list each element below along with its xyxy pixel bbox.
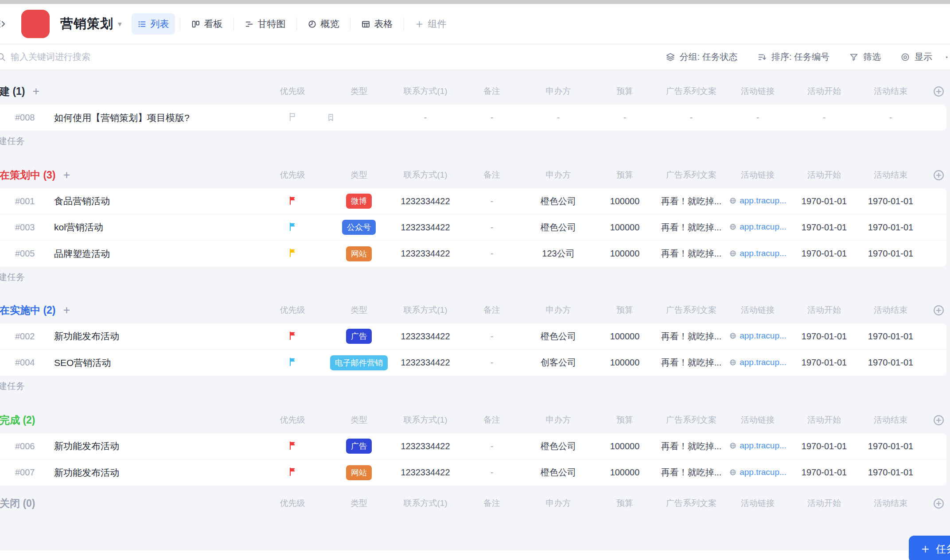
new-task-link[interactable]: 新建任务 [0, 376, 950, 396]
add-column-icon[interactable] [933, 304, 945, 316]
cell-end-date-cell: 1970-01-01 [857, 467, 924, 478]
cell-start-date-cell: 1970-01-01 [791, 222, 857, 233]
tab-gantt[interactable]: 甘特图 [239, 13, 292, 35]
cell-link: app.tracup... [724, 331, 791, 342]
cell-start-date-cell: - [791, 113, 857, 123]
priority-flag-icon[interactable] [288, 467, 298, 477]
start-date-cell: 1970-01-01 [802, 249, 847, 258]
column-header-8: 活动开始 [791, 414, 857, 426]
project-switcher[interactable]: 营销策划 ▾ [60, 15, 122, 33]
cell-note-cell: - [459, 331, 525, 342]
priority-flag-icon[interactable] [288, 112, 298, 122]
tab-list[interactable]: 列表 [132, 13, 175, 35]
add-column-icon[interactable] [933, 169, 945, 181]
task-row[interactable]: #002新功能发布活动广告1232334422-橙色公司100000再看！就吃掉… [0, 323, 946, 350]
ad-copy-cell: 再看！就吃掉... [661, 358, 722, 367]
priority-flag-icon[interactable] [288, 331, 298, 341]
task-row[interactable]: #006新功能发布活动广告1232334422-橙色公司100000再看！就吃掉… [0, 433, 946, 459]
cell-contact-cell: 1232334422 [392, 331, 459, 342]
tab-plus[interactable]: 组件 [409, 13, 452, 35]
tab-label: 列表 [151, 18, 169, 30]
column-header-6: 广告系列文案 [658, 169, 724, 181]
column-header-4: 申办方 [525, 304, 592, 316]
add-column-icon[interactable] [933, 414, 945, 426]
project-icon[interactable] [21, 10, 50, 38]
column-header-0: 优先级 [259, 86, 326, 97]
filter-control[interactable]: 筛选 [849, 51, 881, 63]
display-control[interactable]: 显示 [900, 51, 932, 63]
task-group: 已完成 (2)优先级类型联系方式(1)备注申办方预算广告系列文案活动链接活动开始… [0, 407, 950, 486]
cell-note-cell: - [459, 441, 525, 451]
cell-link: app.tracup... [724, 358, 791, 368]
task-link[interactable]: app.tracup... [729, 358, 786, 367]
task-link[interactable]: app.tracup... [729, 196, 786, 206]
cell-end-date-cell: - [857, 113, 924, 123]
cell-start-date-cell: 1970-01-01 [791, 467, 857, 478]
task-link[interactable]: app.tracup... [729, 331, 786, 341]
group-add-task-icon[interactable]: + [63, 304, 70, 316]
group-add-task-icon[interactable]: + [33, 86, 40, 97]
column-header-2: 联系方式(1) [392, 304, 459, 316]
more-options-icon[interactable]: ⋯ [945, 50, 950, 64]
add-column-icon[interactable] [933, 498, 945, 509]
column-header-9: 活动结束 [857, 304, 924, 316]
task-link[interactable]: app.tracup... [729, 441, 786, 451]
cell-contact-cell: 1232334422 [392, 441, 459, 451]
priority-flag-icon[interactable] [288, 357, 298, 367]
sort-by-control[interactable]: 排序: 任务编号 [757, 51, 829, 63]
filter-label: 筛选 [863, 51, 881, 63]
link-favicon-icon [729, 332, 737, 340]
group-name: 正在实施中 [0, 304, 43, 316]
new-task-link[interactable]: 新建任务 [0, 267, 950, 287]
type-tag: 公众号 [342, 220, 376, 235]
group-title[interactable]: 已完成 (2) [0, 413, 35, 427]
tab-table[interactable]: 表格 [355, 13, 399, 35]
new-task-link[interactable]: 新建任务 [0, 131, 950, 151]
priority-flag-icon[interactable] [288, 195, 298, 206]
group-add-task-icon[interactable]: + [63, 169, 70, 181]
group-header-row: 正在策划中 (3)+优先级类型联系方式(1)备注申办方预算广告系列文案活动链接活… [0, 162, 950, 188]
group-title[interactable]: 新建 (1) [0, 85, 25, 98]
group-title[interactable]: 正在实施中 (2) [0, 303, 56, 317]
group-title[interactable]: 正在策划中 (3) [0, 168, 56, 182]
group-header-main: 新建 (1)+ [0, 85, 259, 98]
priority-flag-icon[interactable] [288, 440, 298, 451]
tab-separator [296, 17, 297, 31]
contact-cell: 1232334422 [401, 358, 450, 367]
task-link[interactable]: app.tracup... [729, 249, 786, 258]
tab-kanban[interactable]: 看板 [185, 13, 229, 35]
cell-link: app.tracup... [724, 249, 791, 259]
link-cell: - [756, 113, 759, 122]
task-card: #002新功能发布活动广告1232334422-橙色公司100000再看！就吃掉… [0, 323, 946, 376]
task-row[interactable]: #003kol营销活动公众号1232334422-橙色公司100000再看！就吃… [0, 214, 946, 241]
column-header-7: 活动链接 [724, 414, 791, 426]
column-header-4: 申办方 [525, 414, 592, 426]
column-header-0: 优先级 [259, 414, 326, 426]
group-count: (3) [43, 169, 55, 181]
group-by-control[interactable]: 分组: 任务状态 [666, 51, 738, 63]
task-row[interactable]: #007新功能发布活动网站1232334422-橙色公司100000再看！就吃掉… [0, 459, 946, 486]
cell-end-date-cell: 1970-01-01 [857, 441, 924, 451]
task-row[interactable]: #004SEO营销活动电子邮件营销1232334422-创客公司100000再看… [0, 350, 946, 376]
add-column-icon[interactable] [933, 86, 945, 97]
task-link[interactable]: app.tracup... [729, 467, 786, 477]
group-title[interactable]: 已关闭 (0) [0, 497, 35, 510]
task-row[interactable]: #005品牌塑造活动网站1232334422-123公司100000再看！就吃掉… [0, 241, 946, 267]
new-task-button[interactable]: 任务 [909, 536, 950, 560]
priority-flag-icon[interactable] [288, 248, 298, 258]
budget-cell: 100000 [610, 249, 640, 258]
search-input[interactable] [11, 52, 197, 62]
task-row[interactable]: #008如何使用【营销策划】项目模版?-------- [0, 105, 946, 131]
priority-flag-icon[interactable] [288, 222, 298, 232]
cell-ad-copy-cell: 再看！就吃掉... [658, 440, 724, 452]
task-link[interactable]: app.tracup... [729, 222, 786, 232]
column-header-8: 活动开始 [791, 304, 857, 316]
link-favicon-icon [729, 442, 737, 450]
task-row[interactable]: #001食品营销活动微博1232334422-橙色公司100000再看！就吃掉.… [0, 188, 946, 214]
column-header-7: 活动链接 [724, 304, 791, 316]
new-task-link-label: 新建任务 [0, 380, 25, 392]
tab-overview[interactable]: 概览 [302, 13, 345, 35]
task-id: #007 [15, 467, 50, 478]
cell-note-cell: - [459, 249, 525, 259]
sidebar-expand-icon[interactable] [0, 18, 6, 30]
